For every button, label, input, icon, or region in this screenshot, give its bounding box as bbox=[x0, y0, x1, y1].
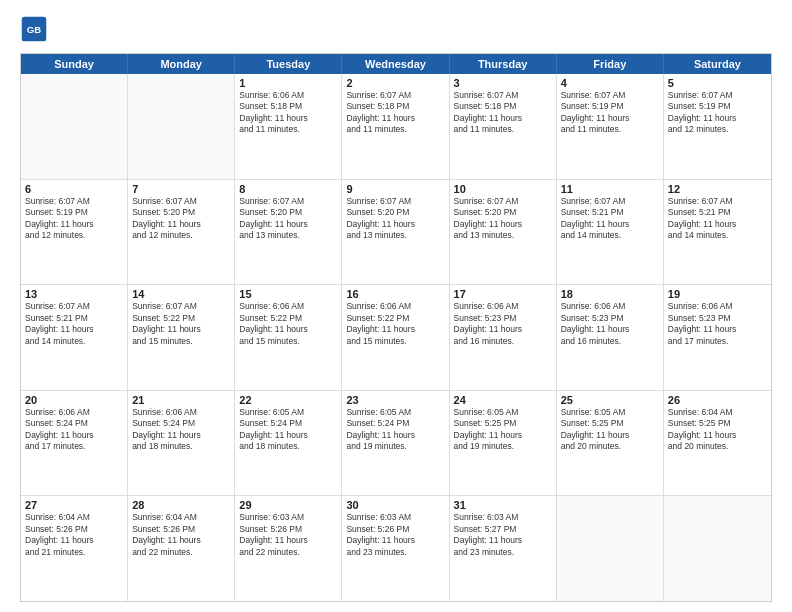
day-cell: 27Sunrise: 6:04 AM Sunset: 5:26 PM Dayli… bbox=[21, 496, 128, 601]
day-info: Sunrise: 6:07 AM Sunset: 5:18 PM Dayligh… bbox=[346, 90, 444, 136]
day-cell bbox=[664, 496, 771, 601]
day-cell: 14Sunrise: 6:07 AM Sunset: 5:22 PM Dayli… bbox=[128, 285, 235, 390]
day-number: 16 bbox=[346, 288, 444, 300]
day-info: Sunrise: 6:06 AM Sunset: 5:22 PM Dayligh… bbox=[239, 301, 337, 347]
day-cell: 7Sunrise: 6:07 AM Sunset: 5:20 PM Daylig… bbox=[128, 180, 235, 285]
week-row-1: 1Sunrise: 6:06 AM Sunset: 5:18 PM Daylig… bbox=[21, 74, 771, 180]
day-cell: 23Sunrise: 6:05 AM Sunset: 5:24 PM Dayli… bbox=[342, 391, 449, 496]
day-number: 5 bbox=[668, 77, 767, 89]
day-info: Sunrise: 6:04 AM Sunset: 5:25 PM Dayligh… bbox=[668, 407, 767, 453]
day-cell: 13Sunrise: 6:07 AM Sunset: 5:21 PM Dayli… bbox=[21, 285, 128, 390]
day-info: Sunrise: 6:07 AM Sunset: 5:21 PM Dayligh… bbox=[668, 196, 767, 242]
day-cell: 2Sunrise: 6:07 AM Sunset: 5:18 PM Daylig… bbox=[342, 74, 449, 179]
day-cell: 31Sunrise: 6:03 AM Sunset: 5:27 PM Dayli… bbox=[450, 496, 557, 601]
logo: GB bbox=[20, 15, 52, 43]
day-number: 20 bbox=[25, 394, 123, 406]
day-number: 3 bbox=[454, 77, 552, 89]
day-cell: 30Sunrise: 6:03 AM Sunset: 5:26 PM Dayli… bbox=[342, 496, 449, 601]
page: GB SundayMondayTuesdayWednesdayThursdayF… bbox=[0, 0, 792, 612]
day-number: 1 bbox=[239, 77, 337, 89]
day-number: 30 bbox=[346, 499, 444, 511]
day-number: 26 bbox=[668, 394, 767, 406]
day-cell: 12Sunrise: 6:07 AM Sunset: 5:21 PM Dayli… bbox=[664, 180, 771, 285]
day-info: Sunrise: 6:03 AM Sunset: 5:26 PM Dayligh… bbox=[346, 512, 444, 558]
day-info: Sunrise: 6:07 AM Sunset: 5:20 PM Dayligh… bbox=[346, 196, 444, 242]
day-info: Sunrise: 6:07 AM Sunset: 5:18 PM Dayligh… bbox=[454, 90, 552, 136]
day-header-sunday: Sunday bbox=[21, 54, 128, 74]
day-number: 19 bbox=[668, 288, 767, 300]
day-info: Sunrise: 6:07 AM Sunset: 5:20 PM Dayligh… bbox=[454, 196, 552, 242]
day-cell: 4Sunrise: 6:07 AM Sunset: 5:19 PM Daylig… bbox=[557, 74, 664, 179]
day-info: Sunrise: 6:06 AM Sunset: 5:22 PM Dayligh… bbox=[346, 301, 444, 347]
week-row-4: 20Sunrise: 6:06 AM Sunset: 5:24 PM Dayli… bbox=[21, 391, 771, 497]
day-info: Sunrise: 6:07 AM Sunset: 5:19 PM Dayligh… bbox=[561, 90, 659, 136]
svg-text:GB: GB bbox=[27, 24, 41, 35]
day-number: 6 bbox=[25, 183, 123, 195]
day-cell: 25Sunrise: 6:05 AM Sunset: 5:25 PM Dayli… bbox=[557, 391, 664, 496]
day-number: 24 bbox=[454, 394, 552, 406]
calendar: SundayMondayTuesdayWednesdayThursdayFrid… bbox=[20, 53, 772, 602]
day-cell: 24Sunrise: 6:05 AM Sunset: 5:25 PM Dayli… bbox=[450, 391, 557, 496]
day-number: 25 bbox=[561, 394, 659, 406]
day-number: 12 bbox=[668, 183, 767, 195]
day-info: Sunrise: 6:05 AM Sunset: 5:24 PM Dayligh… bbox=[346, 407, 444, 453]
day-cell: 16Sunrise: 6:06 AM Sunset: 5:22 PM Dayli… bbox=[342, 285, 449, 390]
day-cell: 15Sunrise: 6:06 AM Sunset: 5:22 PM Dayli… bbox=[235, 285, 342, 390]
day-cell: 10Sunrise: 6:07 AM Sunset: 5:20 PM Dayli… bbox=[450, 180, 557, 285]
day-cell bbox=[557, 496, 664, 601]
day-info: Sunrise: 6:07 AM Sunset: 5:21 PM Dayligh… bbox=[25, 301, 123, 347]
day-number: 21 bbox=[132, 394, 230, 406]
day-info: Sunrise: 6:07 AM Sunset: 5:20 PM Dayligh… bbox=[132, 196, 230, 242]
day-header-thursday: Thursday bbox=[450, 54, 557, 74]
day-info: Sunrise: 6:05 AM Sunset: 5:25 PM Dayligh… bbox=[561, 407, 659, 453]
day-info: Sunrise: 6:06 AM Sunset: 5:23 PM Dayligh… bbox=[454, 301, 552, 347]
day-header-tuesday: Tuesday bbox=[235, 54, 342, 74]
day-cell: 3Sunrise: 6:07 AM Sunset: 5:18 PM Daylig… bbox=[450, 74, 557, 179]
day-info: Sunrise: 6:03 AM Sunset: 5:27 PM Dayligh… bbox=[454, 512, 552, 558]
day-info: Sunrise: 6:06 AM Sunset: 5:23 PM Dayligh… bbox=[561, 301, 659, 347]
day-header-friday: Friday bbox=[557, 54, 664, 74]
day-cell: 5Sunrise: 6:07 AM Sunset: 5:19 PM Daylig… bbox=[664, 74, 771, 179]
day-info: Sunrise: 6:07 AM Sunset: 5:19 PM Dayligh… bbox=[25, 196, 123, 242]
week-row-2: 6Sunrise: 6:07 AM Sunset: 5:19 PM Daylig… bbox=[21, 180, 771, 286]
day-cell: 19Sunrise: 6:06 AM Sunset: 5:23 PM Dayli… bbox=[664, 285, 771, 390]
day-number: 28 bbox=[132, 499, 230, 511]
day-info: Sunrise: 6:05 AM Sunset: 5:25 PM Dayligh… bbox=[454, 407, 552, 453]
day-number: 11 bbox=[561, 183, 659, 195]
day-number: 13 bbox=[25, 288, 123, 300]
day-cell: 28Sunrise: 6:04 AM Sunset: 5:26 PM Dayli… bbox=[128, 496, 235, 601]
day-number: 31 bbox=[454, 499, 552, 511]
day-number: 4 bbox=[561, 77, 659, 89]
day-number: 23 bbox=[346, 394, 444, 406]
day-info: Sunrise: 6:07 AM Sunset: 5:19 PM Dayligh… bbox=[668, 90, 767, 136]
day-info: Sunrise: 6:06 AM Sunset: 5:24 PM Dayligh… bbox=[132, 407, 230, 453]
day-number: 2 bbox=[346, 77, 444, 89]
day-header-saturday: Saturday bbox=[664, 54, 771, 74]
day-headers: SundayMondayTuesdayWednesdayThursdayFrid… bbox=[21, 54, 771, 74]
day-info: Sunrise: 6:04 AM Sunset: 5:26 PM Dayligh… bbox=[132, 512, 230, 558]
header: GB bbox=[20, 15, 772, 43]
day-info: Sunrise: 6:03 AM Sunset: 5:26 PM Dayligh… bbox=[239, 512, 337, 558]
day-cell: 20Sunrise: 6:06 AM Sunset: 5:24 PM Dayli… bbox=[21, 391, 128, 496]
day-cell: 29Sunrise: 6:03 AM Sunset: 5:26 PM Dayli… bbox=[235, 496, 342, 601]
day-number: 29 bbox=[239, 499, 337, 511]
week-row-3: 13Sunrise: 6:07 AM Sunset: 5:21 PM Dayli… bbox=[21, 285, 771, 391]
day-cell: 21Sunrise: 6:06 AM Sunset: 5:24 PM Dayli… bbox=[128, 391, 235, 496]
day-number: 15 bbox=[239, 288, 337, 300]
day-info: Sunrise: 6:05 AM Sunset: 5:24 PM Dayligh… bbox=[239, 407, 337, 453]
day-number: 14 bbox=[132, 288, 230, 300]
day-info: Sunrise: 6:07 AM Sunset: 5:20 PM Dayligh… bbox=[239, 196, 337, 242]
day-cell: 8Sunrise: 6:07 AM Sunset: 5:20 PM Daylig… bbox=[235, 180, 342, 285]
day-number: 9 bbox=[346, 183, 444, 195]
logo-icon: GB bbox=[20, 15, 48, 43]
day-cell: 11Sunrise: 6:07 AM Sunset: 5:21 PM Dayli… bbox=[557, 180, 664, 285]
day-header-monday: Monday bbox=[128, 54, 235, 74]
day-number: 7 bbox=[132, 183, 230, 195]
day-number: 8 bbox=[239, 183, 337, 195]
day-cell: 6Sunrise: 6:07 AM Sunset: 5:19 PM Daylig… bbox=[21, 180, 128, 285]
day-info: Sunrise: 6:07 AM Sunset: 5:21 PM Dayligh… bbox=[561, 196, 659, 242]
day-number: 27 bbox=[25, 499, 123, 511]
day-info: Sunrise: 6:06 AM Sunset: 5:18 PM Dayligh… bbox=[239, 90, 337, 136]
week-row-5: 27Sunrise: 6:04 AM Sunset: 5:26 PM Dayli… bbox=[21, 496, 771, 601]
day-number: 18 bbox=[561, 288, 659, 300]
